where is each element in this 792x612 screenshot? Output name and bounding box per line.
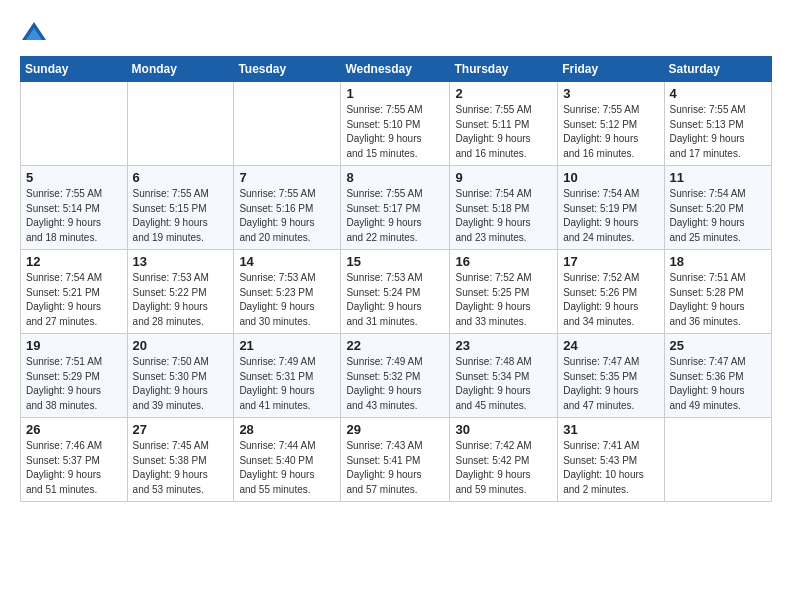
calendar-header-row: SundayMondayTuesdayWednesdayThursdayFrid…: [21, 57, 772, 82]
day-number: 25: [670, 338, 766, 353]
day-number: 7: [239, 170, 335, 185]
calendar-cell: [21, 82, 128, 166]
day-info: Sunrise: 7:43 AM Sunset: 5:41 PM Dayligh…: [346, 439, 444, 497]
day-info: Sunrise: 7:52 AM Sunset: 5:26 PM Dayligh…: [563, 271, 658, 329]
calendar-cell: 13Sunrise: 7:53 AM Sunset: 5:22 PM Dayli…: [127, 250, 234, 334]
calendar-cell: 31Sunrise: 7:41 AM Sunset: 5:43 PM Dayli…: [558, 418, 664, 502]
calendar-cell: 5Sunrise: 7:55 AM Sunset: 5:14 PM Daylig…: [21, 166, 128, 250]
calendar-cell: 1Sunrise: 7:55 AM Sunset: 5:10 PM Daylig…: [341, 82, 450, 166]
day-info: Sunrise: 7:49 AM Sunset: 5:32 PM Dayligh…: [346, 355, 444, 413]
day-number: 3: [563, 86, 658, 101]
calendar-cell: 4Sunrise: 7:55 AM Sunset: 5:13 PM Daylig…: [664, 82, 771, 166]
day-number: 24: [563, 338, 658, 353]
calendar-cell: 11Sunrise: 7:54 AM Sunset: 5:20 PM Dayli…: [664, 166, 771, 250]
calendar-cell: 29Sunrise: 7:43 AM Sunset: 5:41 PM Dayli…: [341, 418, 450, 502]
calendar-header-wednesday: Wednesday: [341, 57, 450, 82]
calendar-week-5: 26Sunrise: 7:46 AM Sunset: 5:37 PM Dayli…: [21, 418, 772, 502]
day-info: Sunrise: 7:55 AM Sunset: 5:14 PM Dayligh…: [26, 187, 122, 245]
day-number: 30: [455, 422, 552, 437]
calendar-cell: 21Sunrise: 7:49 AM Sunset: 5:31 PM Dayli…: [234, 334, 341, 418]
day-info: Sunrise: 7:55 AM Sunset: 5:11 PM Dayligh…: [455, 103, 552, 161]
day-info: Sunrise: 7:53 AM Sunset: 5:24 PM Dayligh…: [346, 271, 444, 329]
day-number: 15: [346, 254, 444, 269]
calendar-cell: 12Sunrise: 7:54 AM Sunset: 5:21 PM Dayli…: [21, 250, 128, 334]
day-number: 1: [346, 86, 444, 101]
day-number: 11: [670, 170, 766, 185]
calendar-cell: 2Sunrise: 7:55 AM Sunset: 5:11 PM Daylig…: [450, 82, 558, 166]
calendar-cell: 24Sunrise: 7:47 AM Sunset: 5:35 PM Dayli…: [558, 334, 664, 418]
calendar-cell: [664, 418, 771, 502]
day-info: Sunrise: 7:50 AM Sunset: 5:30 PM Dayligh…: [133, 355, 229, 413]
day-number: 9: [455, 170, 552, 185]
calendar-cell: 14Sunrise: 7:53 AM Sunset: 5:23 PM Dayli…: [234, 250, 341, 334]
calendar-cell: 9Sunrise: 7:54 AM Sunset: 5:18 PM Daylig…: [450, 166, 558, 250]
day-info: Sunrise: 7:55 AM Sunset: 5:13 PM Dayligh…: [670, 103, 766, 161]
day-number: 4: [670, 86, 766, 101]
calendar-week-3: 12Sunrise: 7:54 AM Sunset: 5:21 PM Dayli…: [21, 250, 772, 334]
day-number: 18: [670, 254, 766, 269]
day-number: 19: [26, 338, 122, 353]
calendar-header-saturday: Saturday: [664, 57, 771, 82]
day-info: Sunrise: 7:51 AM Sunset: 5:28 PM Dayligh…: [670, 271, 766, 329]
calendar-cell: [127, 82, 234, 166]
calendar-week-2: 5Sunrise: 7:55 AM Sunset: 5:14 PM Daylig…: [21, 166, 772, 250]
day-info: Sunrise: 7:55 AM Sunset: 5:15 PM Dayligh…: [133, 187, 229, 245]
calendar-header-sunday: Sunday: [21, 57, 128, 82]
day-info: Sunrise: 7:52 AM Sunset: 5:25 PM Dayligh…: [455, 271, 552, 329]
day-number: 26: [26, 422, 122, 437]
calendar-cell: 20Sunrise: 7:50 AM Sunset: 5:30 PM Dayli…: [127, 334, 234, 418]
day-info: Sunrise: 7:54 AM Sunset: 5:19 PM Dayligh…: [563, 187, 658, 245]
day-number: 14: [239, 254, 335, 269]
day-number: 27: [133, 422, 229, 437]
calendar-header-thursday: Thursday: [450, 57, 558, 82]
day-number: 23: [455, 338, 552, 353]
calendar-cell: 26Sunrise: 7:46 AM Sunset: 5:37 PM Dayli…: [21, 418, 128, 502]
day-info: Sunrise: 7:54 AM Sunset: 5:20 PM Dayligh…: [670, 187, 766, 245]
calendar-cell: 17Sunrise: 7:52 AM Sunset: 5:26 PM Dayli…: [558, 250, 664, 334]
calendar-cell: 8Sunrise: 7:55 AM Sunset: 5:17 PM Daylig…: [341, 166, 450, 250]
day-info: Sunrise: 7:41 AM Sunset: 5:43 PM Dayligh…: [563, 439, 658, 497]
day-number: 8: [346, 170, 444, 185]
day-info: Sunrise: 7:54 AM Sunset: 5:18 PM Dayligh…: [455, 187, 552, 245]
calendar-cell: 28Sunrise: 7:44 AM Sunset: 5:40 PM Dayli…: [234, 418, 341, 502]
day-number: 22: [346, 338, 444, 353]
day-number: 21: [239, 338, 335, 353]
calendar-header-friday: Friday: [558, 57, 664, 82]
logo-icon: [20, 18, 48, 46]
day-info: Sunrise: 7:47 AM Sunset: 5:36 PM Dayligh…: [670, 355, 766, 413]
calendar-cell: 10Sunrise: 7:54 AM Sunset: 5:19 PM Dayli…: [558, 166, 664, 250]
day-number: 5: [26, 170, 122, 185]
calendar-cell: 15Sunrise: 7:53 AM Sunset: 5:24 PM Dayli…: [341, 250, 450, 334]
day-info: Sunrise: 7:55 AM Sunset: 5:16 PM Dayligh…: [239, 187, 335, 245]
day-info: Sunrise: 7:55 AM Sunset: 5:10 PM Dayligh…: [346, 103, 444, 161]
day-info: Sunrise: 7:55 AM Sunset: 5:17 PM Dayligh…: [346, 187, 444, 245]
day-info: Sunrise: 7:45 AM Sunset: 5:38 PM Dayligh…: [133, 439, 229, 497]
day-info: Sunrise: 7:49 AM Sunset: 5:31 PM Dayligh…: [239, 355, 335, 413]
day-number: 16: [455, 254, 552, 269]
day-number: 10: [563, 170, 658, 185]
day-number: 31: [563, 422, 658, 437]
calendar-cell: 6Sunrise: 7:55 AM Sunset: 5:15 PM Daylig…: [127, 166, 234, 250]
day-info: Sunrise: 7:55 AM Sunset: 5:12 PM Dayligh…: [563, 103, 658, 161]
day-number: 17: [563, 254, 658, 269]
day-info: Sunrise: 7:47 AM Sunset: 5:35 PM Dayligh…: [563, 355, 658, 413]
calendar-cell: 3Sunrise: 7:55 AM Sunset: 5:12 PM Daylig…: [558, 82, 664, 166]
logo: [20, 18, 52, 46]
calendar-cell: 27Sunrise: 7:45 AM Sunset: 5:38 PM Dayli…: [127, 418, 234, 502]
calendar-cell: 19Sunrise: 7:51 AM Sunset: 5:29 PM Dayli…: [21, 334, 128, 418]
calendar-cell: 22Sunrise: 7:49 AM Sunset: 5:32 PM Dayli…: [341, 334, 450, 418]
day-info: Sunrise: 7:46 AM Sunset: 5:37 PM Dayligh…: [26, 439, 122, 497]
calendar-cell: 7Sunrise: 7:55 AM Sunset: 5:16 PM Daylig…: [234, 166, 341, 250]
day-info: Sunrise: 7:53 AM Sunset: 5:22 PM Dayligh…: [133, 271, 229, 329]
calendar-cell: 16Sunrise: 7:52 AM Sunset: 5:25 PM Dayli…: [450, 250, 558, 334]
day-info: Sunrise: 7:54 AM Sunset: 5:21 PM Dayligh…: [26, 271, 122, 329]
calendar-week-4: 19Sunrise: 7:51 AM Sunset: 5:29 PM Dayli…: [21, 334, 772, 418]
calendar-cell: [234, 82, 341, 166]
day-number: 13: [133, 254, 229, 269]
day-info: Sunrise: 7:51 AM Sunset: 5:29 PM Dayligh…: [26, 355, 122, 413]
day-info: Sunrise: 7:53 AM Sunset: 5:23 PM Dayligh…: [239, 271, 335, 329]
day-number: 20: [133, 338, 229, 353]
calendar-cell: 25Sunrise: 7:47 AM Sunset: 5:36 PM Dayli…: [664, 334, 771, 418]
header: [20, 18, 772, 46]
calendar-week-1: 1Sunrise: 7:55 AM Sunset: 5:10 PM Daylig…: [21, 82, 772, 166]
